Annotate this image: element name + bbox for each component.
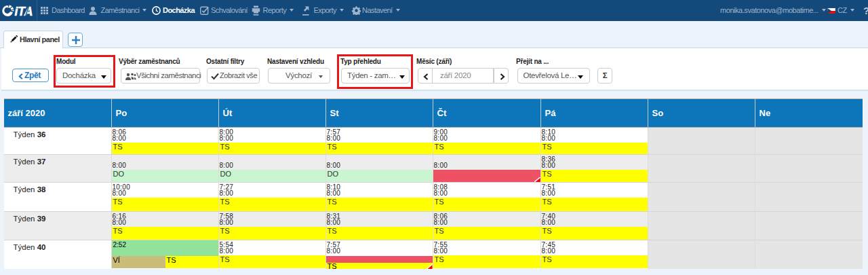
svg-text:iTA: iTA bbox=[15, 5, 33, 18]
